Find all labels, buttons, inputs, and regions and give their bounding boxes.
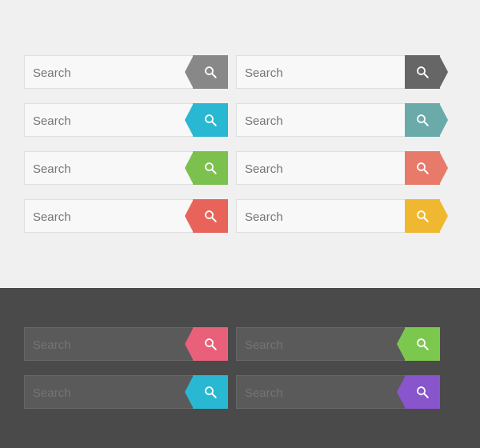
search-input-dark-1-left[interactable]	[25, 328, 193, 360]
svg-line-7	[424, 122, 428, 126]
search-button-1-left[interactable]	[193, 55, 228, 89]
search-input-2-left[interactable]	[25, 104, 193, 136]
search-bar-4-right	[236, 199, 432, 233]
search-bar-3-left	[24, 151, 220, 185]
search-row-4	[24, 199, 456, 233]
search-bar-dark-1-left	[24, 327, 220, 361]
search-bar-dark-2-left	[24, 375, 220, 409]
search-bar-3-right	[236, 151, 432, 185]
search-icon-2-left	[203, 113, 218, 127]
search-input-1-left[interactable]	[25, 56, 193, 88]
search-button-dark-2-right[interactable]	[405, 375, 440, 409]
svg-line-5	[212, 122, 216, 126]
svg-line-3	[424, 74, 428, 78]
svg-line-15	[424, 218, 428, 222]
search-icon-1-right	[415, 65, 430, 79]
search-input-dark-1-right[interactable]	[237, 328, 405, 360]
top-section	[0, 0, 480, 288]
search-input-4-left[interactable]	[25, 200, 193, 232]
search-button-2-right[interactable]	[405, 103, 440, 137]
search-input-2-right[interactable]	[237, 104, 405, 136]
search-button-4-left[interactable]	[193, 199, 228, 233]
search-input-dark-2-right[interactable]	[237, 376, 405, 408]
search-button-3-left[interactable]	[193, 151, 228, 185]
search-input-4-right[interactable]	[237, 200, 405, 232]
search-icon-2-right	[415, 113, 430, 127]
svg-line-21	[212, 394, 216, 398]
search-bar-2-right	[236, 103, 432, 137]
search-icon-4-left	[203, 209, 218, 223]
bottom-section	[0, 288, 480, 448]
search-icon-4-right	[415, 209, 430, 223]
search-icon-dark-1-right	[415, 337, 430, 351]
search-bar-2-left	[24, 103, 220, 137]
search-input-dark-2-left[interactable]	[25, 376, 193, 408]
search-icon-dark-2-right	[415, 385, 430, 399]
search-icon-dark-1-left	[203, 337, 218, 351]
search-button-dark-1-right[interactable]	[405, 327, 440, 361]
search-bar-dark-1-right	[236, 327, 432, 361]
svg-line-1	[212, 74, 216, 78]
search-button-2-left[interactable]	[193, 103, 228, 137]
search-row-1	[24, 55, 456, 89]
search-input-3-left[interactable]	[25, 152, 193, 184]
search-bar-4-left	[24, 199, 220, 233]
search-bar-1-right	[236, 55, 432, 89]
search-icon-dark-2-left	[203, 385, 218, 399]
search-row-3	[24, 151, 456, 185]
search-bar-1-left	[24, 55, 220, 89]
search-button-dark-2-left[interactable]	[193, 375, 228, 409]
search-input-3-right[interactable]	[237, 152, 405, 184]
search-input-1-right[interactable]	[237, 56, 405, 88]
svg-line-9	[212, 170, 216, 174]
dark-search-row-1	[24, 327, 456, 361]
search-button-1-right[interactable]	[405, 55, 440, 89]
dark-search-row-2	[24, 375, 456, 409]
search-icon-3-right	[415, 161, 430, 175]
search-button-3-right[interactable]	[405, 151, 440, 185]
svg-line-23	[424, 394, 428, 398]
svg-line-13	[212, 218, 216, 222]
search-row-2	[24, 103, 456, 137]
svg-line-19	[424, 346, 428, 350]
search-button-4-right[interactable]	[405, 199, 440, 233]
svg-line-17	[212, 346, 216, 350]
search-icon-3-left	[203, 161, 218, 175]
search-icon-1-left	[203, 65, 218, 79]
search-bar-dark-2-right	[236, 375, 432, 409]
svg-line-11	[424, 170, 428, 174]
search-button-dark-1-left[interactable]	[193, 327, 228, 361]
